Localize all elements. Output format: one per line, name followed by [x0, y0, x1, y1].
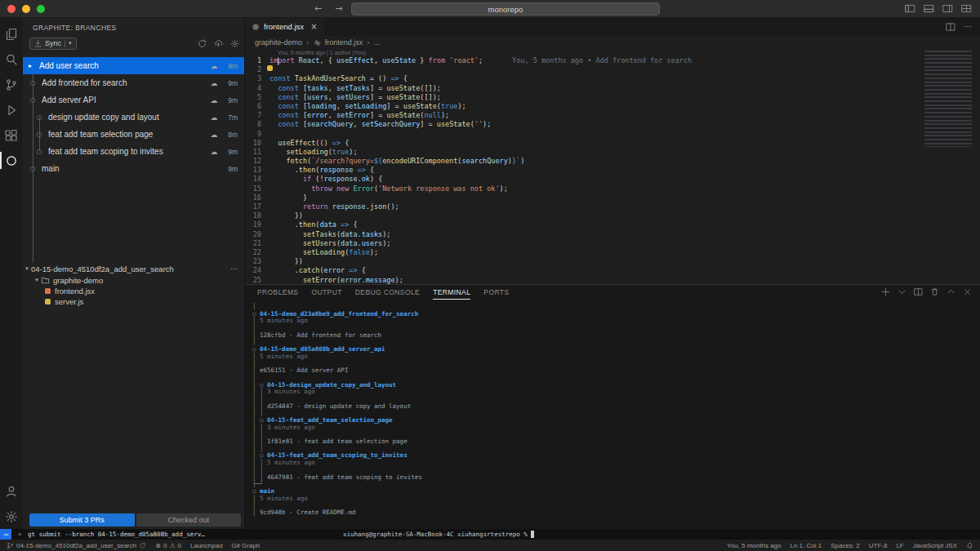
status-blame[interactable]: You, 5 months ago — [727, 542, 781, 549]
code-line: 22 setLoading(false); — [245, 248, 980, 257]
sync-button[interactable]: Sync ▾ — [29, 38, 77, 50]
chevron-right-icon: › — [306, 38, 310, 47]
breadcrumb-symbol[interactable]: ... — [374, 38, 381, 47]
remote-indicator[interactable]: >< — [0, 529, 11, 540]
line-number: 23 — [245, 257, 270, 266]
status-branch[interactable]: 04-15-demo_4510df2a_add_user_search — [7, 542, 146, 549]
panel-tab-debug-console[interactable]: DEBUG CONSOLE — [355, 285, 420, 300]
toggle-secondary-sidebar-icon[interactable] — [942, 3, 953, 14]
sidebar-title: GRAPHITE: BRANCHES — [33, 24, 117, 32]
status-git-graph[interactable]: Git Graph — [232, 542, 261, 549]
breadcrumb-file[interactable]: frontend.jsx — [325, 38, 363, 47]
code-line: 23 }) — [245, 257, 980, 266]
status-cursor-position[interactable]: Ln 1, Col 1 — [790, 542, 822, 549]
status-encoding[interactable]: UTF-8 — [869, 542, 888, 549]
kill-terminal-icon[interactable] — [930, 287, 939, 296]
line-number: 12 — [245, 157, 270, 166]
activity-bar — [0, 18, 23, 529]
branch-item[interactable]: ○feat add team selection page☁8m — [23, 126, 244, 143]
activity-run-debug[interactable] — [0, 97, 23, 122]
branch-time: 9m — [220, 165, 238, 173]
activity-source-control[interactable] — [0, 72, 23, 97]
terminal-line: │ │ 3 minutes ago — [252, 389, 980, 396]
panel-tab-terminal[interactable]: TERMINAL — [433, 285, 470, 300]
codelens-blame[interactable]: You, 5 months ago | 1 author (You) — [245, 49, 980, 56]
zoom-window-button[interactable] — [37, 5, 45, 13]
cloud-icon[interactable] — [214, 39, 223, 48]
submit-prs-button[interactable]: Submit 3 PRs — [29, 513, 135, 527]
lightbulb-icon[interactable] — [267, 65, 273, 71]
status-language[interactable]: JavaScript JSX — [913, 542, 957, 549]
forward-icon[interactable]: → — [335, 3, 342, 14]
customize-layout-icon[interactable] — [961, 3, 972, 14]
file-item[interactable]: frontend.jsx — [23, 286, 244, 296]
checked-out-button[interactable]: Checked out — [136, 513, 242, 527]
code-text: setError(error.message); — [270, 276, 403, 285]
status-eol[interactable]: LF — [896, 542, 903, 549]
terminal-line: │ 5 minutes ago — [252, 495, 980, 503]
code-line: 2 — [245, 65, 980, 74]
tree-folder-item[interactable]: ▾ graphite-demo — [23, 274, 244, 286]
activity-settings[interactable] — [0, 504, 23, 529]
terminal-line: ○ 04-15-demo_d23a8be9_add_frontend_for_s… — [252, 311, 980, 318]
file-item[interactable]: server.js — [23, 296, 244, 307]
toggle-sidebar-icon[interactable] — [905, 3, 915, 14]
status-indentation[interactable]: Spaces: 2 — [831, 542, 860, 549]
terminal-dropdown-icon[interactable] — [898, 287, 906, 296]
status-problems[interactable]: ⊗ 0 ⚠ 0 — [155, 542, 181, 549]
tab-frontend-jsx[interactable]: frontend.jsx × — [245, 18, 325, 35]
more-actions-icon[interactable]: ⋯ — [230, 264, 238, 273]
panel-tab-output[interactable]: OUTPUT — [311, 285, 341, 300]
terminal-line: │ │ d254847 - design update copy and lay… — [252, 403, 980, 411]
terminal-prompt-bar[interactable]: >< > gt submit --branch 04-15-demo_d05a8… — [0, 529, 980, 540]
terminal-output[interactable]: │○ 04-15-demo_d23a8be9_add_frontend_for_… — [245, 300, 980, 529]
split-editor-icon[interactable] — [946, 22, 956, 32]
line-number: 1 — [245, 56, 270, 65]
close-panel-icon[interactable] — [963, 287, 972, 296]
maximize-panel-icon[interactable] — [947, 287, 956, 296]
split-terminal-icon[interactable] — [914, 287, 923, 296]
breadcrumb-folder[interactable]: graphite-demo — [255, 38, 302, 47]
new-terminal-icon[interactable] — [881, 287, 890, 296]
extensions-icon — [5, 129, 18, 142]
line-number: 20 — [245, 230, 270, 239]
branch-time: 9m — [220, 79, 238, 87]
status-launchpad[interactable]: Launchpad — [190, 542, 223, 549]
terminal-line: │ — [252, 361, 980, 368]
branch-item[interactable]: ○design update copy and layout☁7m — [23, 109, 244, 126]
branch-item[interactable]: ○feat add team scoping to invites☁9m — [23, 143, 244, 160]
branch-list: ▸Add user search☁9m○Add frontend for sea… — [23, 57, 244, 177]
back-icon[interactable]: ← — [314, 3, 322, 14]
settings-gear-icon[interactable] — [230, 39, 239, 48]
editor-more-actions-icon[interactable]: ⋯ — [964, 22, 972, 31]
activity-graphite[interactable] — [0, 148, 23, 173]
code-line: 15 throw new Error('Network response was… — [245, 184, 980, 193]
refresh-icon[interactable] — [198, 39, 207, 48]
branch-item[interactable]: ○Add frontend for search☁9m — [23, 74, 244, 91]
code-text: if (!response.ok) { — [270, 175, 382, 184]
close-tab-icon[interactable]: × — [310, 22, 317, 31]
minimize-window-button[interactable] — [22, 5, 30, 13]
code-editor[interactable]: You, 5 months ago | 1 author (You) 1impo… — [245, 49, 980, 284]
activity-extensions[interactable] — [0, 122, 23, 148]
toggle-panel-icon[interactable] — [924, 3, 934, 14]
code-line: 16 } — [245, 193, 980, 202]
command-center[interactable]: monorepo — [351, 2, 660, 16]
branch-selected-arrow-icon: ▸ — [25, 62, 35, 69]
code-text: const [error, setError] = useState(null)… — [270, 111, 449, 120]
tree-root-item[interactable]: ▾ 04-15-demo_4510df2a_add_user_search ⋯ — [23, 263, 244, 274]
activity-explorer[interactable] — [0, 21, 23, 47]
panel-tab-problems[interactable]: PROBLEMS — [257, 285, 298, 300]
branch-item[interactable]: ○Add server API☁9m — [23, 91, 244, 109]
terminal-line: │ — [252, 502, 980, 509]
notifications-bell-icon[interactable] — [966, 542, 973, 549]
branch-item[interactable]: ▸Add user search☁9m — [23, 57, 244, 74]
branch-dot-icon: ○ — [34, 113, 44, 121]
minimap[interactable] — [924, 51, 972, 147]
panel-tab-ports[interactable]: PORTS — [483, 285, 509, 300]
close-window-button[interactable] — [7, 5, 16, 13]
activity-search[interactable] — [0, 47, 23, 72]
activity-accounts[interactable] — [0, 478, 23, 504]
code-text: .then(data => { — [270, 220, 358, 229]
branch-item[interactable]: ○main☁9m — [23, 160, 244, 177]
